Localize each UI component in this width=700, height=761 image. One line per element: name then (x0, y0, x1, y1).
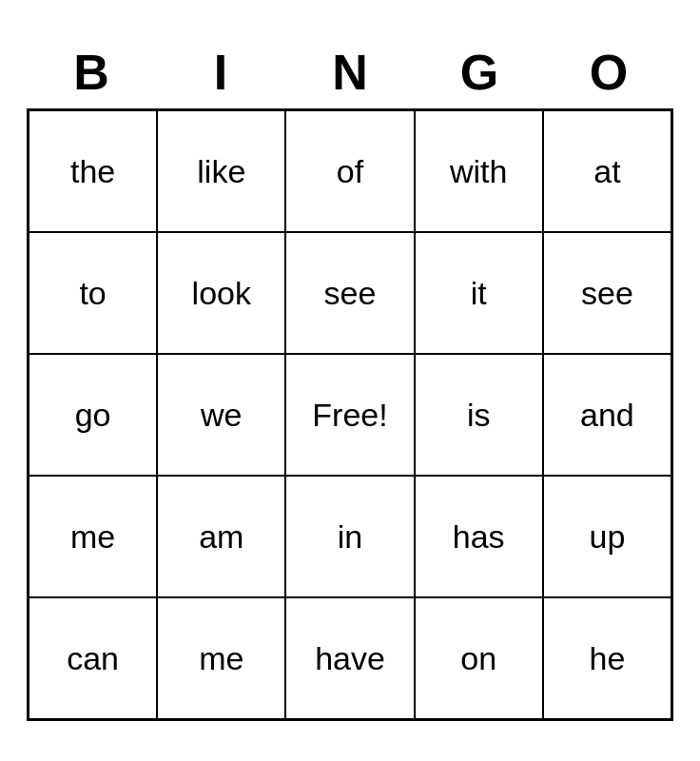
cell-1-3: it (415, 232, 543, 354)
cell-1-0: to (29, 232, 157, 354)
cell-4-0: can (29, 597, 157, 719)
cell-0-2: of (285, 110, 414, 232)
cell-2-1: we (157, 354, 285, 476)
header-b: B (27, 40, 156, 105)
bingo-header: B I N G O (27, 40, 673, 105)
cell-4-4: he (543, 597, 671, 719)
cell-0-3: with (415, 110, 543, 232)
cell-2-4: and (543, 354, 671, 476)
cell-0-0: the (29, 110, 157, 232)
header-o: O (544, 40, 673, 105)
cell-2-3: is (415, 354, 543, 476)
cell-3-4: up (543, 476, 671, 597)
bingo-row: me am in has up (29, 476, 671, 597)
header-n: N (285, 40, 415, 105)
bingo-grid: the like of with at to look see it see g… (27, 108, 673, 721)
cell-1-2: see (285, 232, 414, 354)
cell-4-1: me (157, 597, 285, 719)
cell-3-3: has (415, 476, 543, 597)
cell-0-4: at (543, 110, 671, 232)
cell-1-4: see (543, 232, 671, 354)
cell-1-1: look (157, 232, 285, 354)
cell-2-2: Free! (285, 354, 414, 476)
header-i: I (156, 40, 285, 105)
bingo-row: to look see it see (29, 232, 671, 354)
cell-4-2: have (285, 597, 414, 719)
bingo-card: B I N G O the like of with at to look se… (27, 40, 673, 721)
cell-0-1: like (157, 110, 285, 232)
cell-3-0: me (29, 476, 157, 597)
bingo-row: go we Free! is and (29, 354, 671, 476)
cell-4-3: on (415, 597, 543, 719)
bingo-row: the like of with at (29, 110, 671, 232)
cell-2-0: go (29, 354, 157, 476)
header-g: G (415, 40, 544, 105)
cell-3-1: am (157, 476, 285, 597)
cell-3-2: in (285, 476, 414, 597)
bingo-row: can me have on he (29, 597, 671, 719)
